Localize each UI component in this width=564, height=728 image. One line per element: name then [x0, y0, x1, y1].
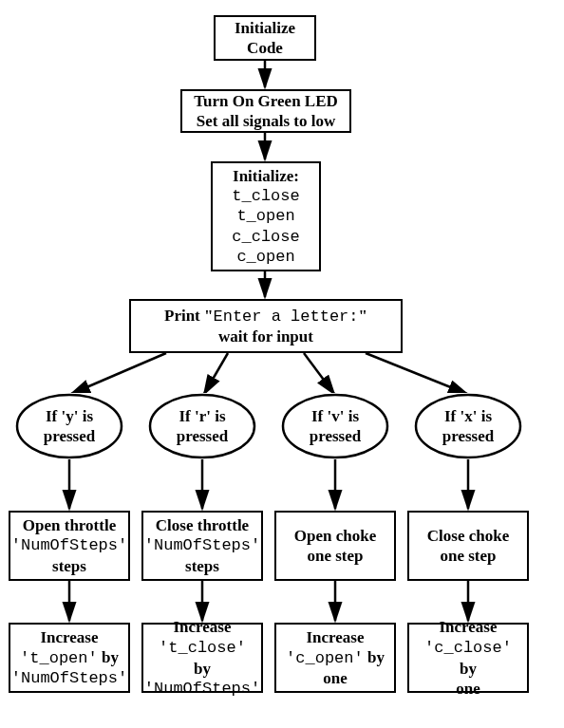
text: one	[456, 679, 480, 699]
text: Close choke	[427, 526, 509, 546]
text: 't_open'	[20, 649, 98, 667]
text: 'c_open'	[286, 649, 364, 667]
flow-node-open-throttle: Open throttle 'NumOfSteps' steps	[9, 511, 130, 581]
text: Print "	[164, 307, 213, 325]
text: Increase	[439, 617, 497, 637]
text: Initialize:	[233, 166, 299, 186]
text: Open throttle	[23, 515, 116, 535]
text: c_close	[232, 227, 299, 247]
text: If 'v' is	[311, 406, 359, 426]
flow-node-close-throttle: Close throttle 'NumOfSteps' steps	[141, 511, 263, 581]
flow-cond-y: If 'y' is pressed	[15, 393, 123, 459]
text: pressed	[442, 426, 494, 446]
text: Initialize	[235, 18, 295, 38]
text: by	[364, 648, 385, 666]
text: 'NumOfSteps'	[144, 535, 260, 555]
flow-node-inc-tclose: Increase 't_close' by 'NumOfSteps'	[141, 623, 263, 693]
flow-node-open-choke: Open choke one step	[274, 511, 396, 581]
flow-node-close-choke: Close choke one step	[407, 511, 529, 581]
text: steps	[52, 556, 86, 576]
text: Turn On Green LED	[194, 91, 338, 111]
flow-node-led: Turn On Green LED Set all signals to low	[180, 89, 351, 133]
text: one step	[440, 546, 496, 566]
text: 't_close'	[159, 639, 246, 657]
text: by	[98, 648, 119, 666]
text: pressed	[177, 426, 228, 446]
text: Open choke	[294, 526, 376, 546]
text: If 'r' is	[179, 406, 225, 426]
text: "	[359, 307, 367, 325]
flow-cond-r: If 'r' is pressed	[148, 393, 256, 459]
flow-node-initvars: Initialize: t_close t_open c_close c_ope…	[211, 161, 321, 271]
flow-cond-x: If 'x' is pressed	[414, 393, 522, 459]
text: 'NumOfSteps'	[11, 668, 127, 688]
svg-line-6	[366, 353, 467, 394]
text: Print "Enter a letter:"	[164, 306, 367, 327]
text: 'c_open' by	[286, 647, 385, 668]
flow-node-inc-topen: Increase 't_open' by 'NumOfSteps'	[9, 623, 130, 693]
text: 'c_close'	[424, 639, 512, 657]
text: Code	[247, 38, 283, 58]
text: steps	[185, 556, 219, 576]
text: Set all signals to low	[197, 111, 335, 131]
text: one	[323, 668, 348, 688]
flow-node-init: Initialize Code	[214, 15, 316, 61]
flow-node-inc-cclose: Increase 'c_close' by one	[407, 623, 529, 693]
svg-line-3	[71, 353, 166, 394]
flow-node-prompt: Print "Enter a letter:" wait for input	[129, 299, 403, 353]
text: wait for input	[218, 327, 313, 346]
text: Enter a letter:	[213, 308, 358, 326]
text: 'NumOfSteps'	[144, 679, 260, 699]
text: pressed	[44, 426, 95, 446]
svg-line-4	[204, 353, 228, 394]
text: by	[194, 660, 211, 678]
text: If 'y' is	[46, 406, 93, 426]
flow-node-inc-copen: Increase 'c_open' by one	[274, 623, 396, 693]
text: t_close	[232, 186, 299, 206]
text: Increase	[40, 627, 98, 647]
text: 'NumOfSteps'	[11, 535, 127, 555]
text: 'c_close' by	[415, 637, 521, 679]
text: Close throttle	[156, 515, 249, 535]
text: by	[460, 660, 477, 678]
text: Increase	[306, 627, 364, 647]
text: Increase	[173, 617, 231, 637]
text: 't_open' by	[20, 647, 119, 668]
text: pressed	[310, 426, 361, 446]
flow-cond-v: If 'v' is pressed	[281, 393, 389, 459]
text: c_open	[236, 247, 294, 267]
text: If 'x' is	[444, 406, 492, 426]
text: one step	[307, 546, 363, 566]
text: 't_close' by	[149, 637, 255, 679]
text: t_open	[236, 206, 294, 226]
svg-line-5	[304, 353, 334, 394]
